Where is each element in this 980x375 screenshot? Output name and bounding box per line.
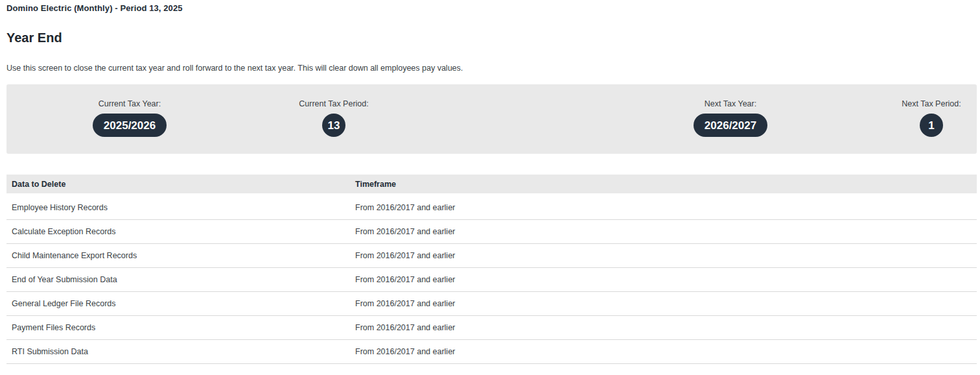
current-tax-year-badge: 2025/2026	[93, 114, 167, 137]
page-description: Use this screen to close the current tax…	[6, 64, 977, 73]
row-data-label: Calculate Exception Records	[6, 227, 351, 236]
page-title: Year End	[6, 30, 977, 45]
data-to-delete-table: Data to Delete Timeframe Employee Histor…	[6, 175, 977, 364]
next-tax-period-badge: 1	[920, 114, 943, 137]
current-tax-period-badge: 13	[322, 114, 345, 137]
column-header-data-to-delete: Data to Delete	[6, 180, 351, 189]
row-data-label: Payment Files Records	[6, 323, 351, 332]
next-tax-period-label: Next Tax Period:	[902, 99, 961, 108]
company-period-title: Domino Electric (Monthly) - Period 13, 2…	[6, 3, 977, 14]
row-timeframe: From 2016/2017 and earlier	[351, 227, 977, 236]
row-timeframe: From 2016/2017 and earlier	[351, 323, 977, 332]
row-timeframe: From 2016/2017 and earlier	[351, 275, 977, 284]
table-row: RTI Submission Data From 2016/2017 and e…	[6, 340, 977, 364]
row-data-label: General Ledger File Records	[6, 299, 351, 308]
next-tax-period-cell: Next Tax Period: 1	[886, 84, 977, 137]
current-tax-period-label: Current Tax Period:	[299, 99, 368, 108]
current-tax-year-cell: Current Tax Year: 2025/2026	[49, 84, 211, 137]
next-tax-year-badge: 2026/2027	[694, 114, 767, 137]
table-row: General Ledger File Records From 2016/20…	[6, 292, 977, 316]
table-row: Child Maintenance Export Records From 20…	[6, 244, 977, 268]
row-timeframe: From 2016/2017 and earlier	[351, 299, 977, 308]
tax-year-summary-bar: Current Tax Year: 2025/2026 Current Tax …	[6, 84, 977, 154]
table-row: End of Year Submission Data From 2016/20…	[6, 268, 977, 292]
row-timeframe: From 2016/2017 and earlier	[351, 251, 977, 260]
column-header-timeframe: Timeframe	[351, 180, 977, 189]
row-data-label: End of Year Submission Data	[6, 275, 351, 284]
current-tax-year-label: Current Tax Year:	[99, 99, 161, 108]
current-tax-period-cell: Current Tax Period: 13	[253, 84, 415, 137]
next-tax-year-label: Next Tax Year:	[705, 99, 756, 108]
table-row: Calculate Exception Records From 2016/20…	[6, 220, 977, 244]
next-tax-year-cell: Next Tax Year: 2026/2027	[649, 84, 811, 137]
table-row: Employee History Records From 2016/2017 …	[6, 196, 977, 220]
year-end-page: Domino Electric (Monthly) - Period 13, 2…	[0, 0, 980, 375]
row-data-label: Child Maintenance Export Records	[6, 251, 351, 260]
row-data-label: RTI Submission Data	[6, 347, 351, 356]
table-header-row: Data to Delete Timeframe	[6, 175, 977, 193]
table-row: Payment Files Records From 2016/2017 and…	[6, 316, 977, 340]
row-data-label: Employee History Records	[6, 203, 351, 212]
row-timeframe: From 2016/2017 and earlier	[351, 347, 977, 356]
row-timeframe: From 2016/2017 and earlier	[351, 203, 977, 212]
